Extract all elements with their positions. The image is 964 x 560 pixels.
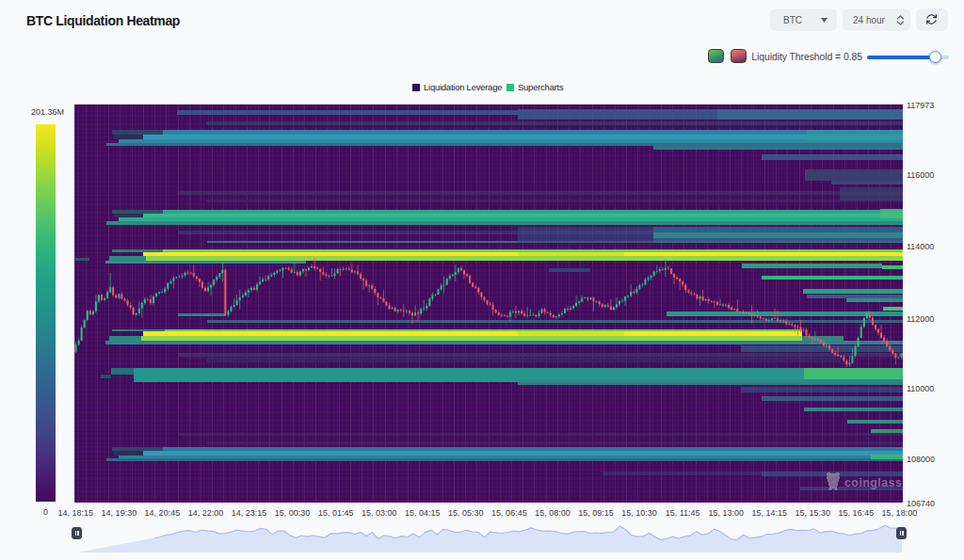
svg-text:coinglass: coinglass — [844, 476, 902, 489]
